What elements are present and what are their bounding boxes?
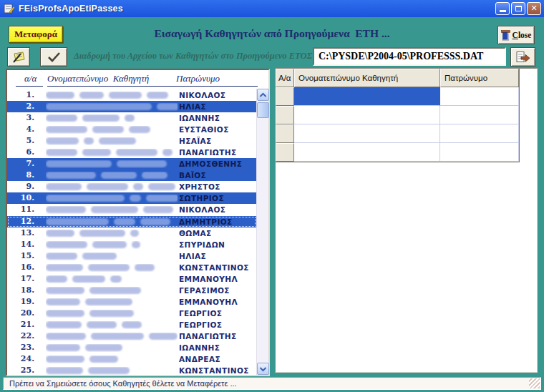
confirm-path-button[interactable] xyxy=(40,47,67,67)
list-row[interactable]: 4.ΕΥΣΤΑΘΙΟΣ xyxy=(7,124,256,135)
list-row[interactable]: 6.ΠΑΝΑΓΙΩΤΗΣ xyxy=(7,147,256,158)
list-row[interactable]: 5.ΗΣΑΪΑΣ xyxy=(7,135,256,147)
list-row[interactable]: 13.ΘΩΜΑΣ xyxy=(7,227,256,239)
grid-row xyxy=(276,106,519,124)
grid-row-header-cell[interactable] xyxy=(276,143,294,162)
grid-name-cell[interactable] xyxy=(294,87,440,106)
list-row[interactable]: 12.ΔΗΜΗΤΡΙΟΣ xyxy=(7,216,256,227)
row-name-redacted xyxy=(46,149,178,157)
close-icon: ✕ xyxy=(528,3,540,14)
redacted-name-blur xyxy=(143,206,173,213)
row-patronym: ΗΛΙΑΣ xyxy=(179,102,206,111)
list-row[interactable]: 8.ΒΑΪΟΣ xyxy=(7,170,256,181)
list-row[interactable]: 1.ΝΙΚΟΛΑΟΣ xyxy=(7,89,256,101)
list-header-name: Ονοματεπώνυμο Καθηγητή xyxy=(47,73,180,87)
resize-grip[interactable] xyxy=(529,378,540,388)
row-index: 8. xyxy=(7,170,34,180)
grid-name-cell[interactable] xyxy=(294,143,440,162)
list-row[interactable]: 17.ΕΜΜΑΝΟΥΗΛ xyxy=(7,273,256,285)
redacted-name-blur xyxy=(117,160,167,167)
redacted-name-blur xyxy=(46,356,84,363)
scroll-down-button[interactable] xyxy=(257,363,269,375)
list-row[interactable]: 3.ΙΩΑΝΝΗΣ xyxy=(7,112,256,124)
list-row[interactable]: 7.ΔΗΜΟΣΘΕΝΗΣ xyxy=(7,158,256,170)
list-row[interactable]: 22.ΠΑΝΑΓΙΩΤΗΣ xyxy=(7,330,256,342)
row-name-redacted xyxy=(46,264,178,272)
redacted-name-blur xyxy=(82,114,120,122)
list-row[interactable]: 10.ΣΩΤΗΡΙΟΣ xyxy=(7,192,256,204)
list-row[interactable]: 24.ΑΝΔΡΕΑΣ xyxy=(7,353,256,365)
list-row[interactable]: 16.ΚΩΝΣΤΑΝΤΙΝΟΣ xyxy=(7,262,256,273)
list-row[interactable]: 20.ΓΕΩΡΓΙΟΣ xyxy=(7,308,256,319)
list-row[interactable]: 19.ΕΜΜΑΝΟΥΗΛ xyxy=(7,296,256,308)
list-row[interactable]: 21.ΓΕΩΡΓΙΟΣ xyxy=(7,319,256,330)
maximize-button[interactable] xyxy=(511,2,525,15)
row-index: 5. xyxy=(7,136,34,145)
row-patronym: ΔΗΜΟΣΘΕΝΗΣ xyxy=(179,160,242,168)
redacted-name-blur xyxy=(92,241,127,248)
grid-header-index: Α/α xyxy=(276,69,294,87)
row-name-redacted xyxy=(46,218,178,226)
row-patronym: ΙΩΑΝΝΗΣ xyxy=(179,343,220,352)
redacted-name-blur xyxy=(88,367,130,374)
redacted-name-blur xyxy=(85,344,122,351)
redacted-name-blur xyxy=(46,183,82,190)
redacted-name-blur xyxy=(129,126,150,133)
redacted-name-blur xyxy=(109,92,142,99)
row-index: 13. xyxy=(7,228,34,237)
titlebar[interactable]: FEisProfsApoEtiPasses ✕ xyxy=(0,0,544,17)
checkmark-icon xyxy=(47,52,61,62)
row-index: 4. xyxy=(7,124,34,134)
row-name-redacted xyxy=(46,275,178,283)
path-input[interactable] xyxy=(313,47,506,66)
grid-patronym-cell[interactable] xyxy=(440,87,519,106)
row-name-redacted xyxy=(46,241,178,249)
row-patronym: ΓΕΩΡΓΙΟΣ xyxy=(179,309,222,318)
redacted-name-blur xyxy=(46,344,80,351)
redacted-name-blur xyxy=(130,230,139,237)
redacted-name-blur xyxy=(84,137,94,144)
redacted-name-blur xyxy=(46,298,80,305)
redacted-name-blur xyxy=(147,92,168,99)
row-patronym: ΒΑΪΟΣ xyxy=(179,171,206,180)
list-row[interactable]: 2.ΗΛΙΑΣ xyxy=(7,101,256,112)
source-teachers-list: α/α Ονοματεπώνυμο Καθηγητή Πατρώνυμο 1.Ν… xyxy=(6,69,270,376)
minimize-button[interactable] xyxy=(495,2,510,15)
list-scrollbar[interactable] xyxy=(256,89,268,375)
list-row[interactable]: 14.ΣΠΥΡΙΔΩΝ xyxy=(7,239,256,250)
grid-patronym-cell[interactable] xyxy=(440,143,519,162)
import-file-button[interactable] xyxy=(510,47,535,67)
row-patronym: ΚΩΝΣΤΑΝΤΙΝΟΣ xyxy=(179,366,249,375)
grid-name-cell[interactable] xyxy=(294,124,440,143)
row-index: 22. xyxy=(7,331,34,340)
list-row[interactable]: 25.ΚΩΝΣΤΑΝΤΙΝΟΣ xyxy=(7,365,256,375)
scroll-thumb[interactable] xyxy=(257,102,269,118)
list-row[interactable]: 15.ΗΛΙΑΣ xyxy=(7,250,256,262)
list-row[interactable]: 23.ΙΩΑΝΝΗΣ xyxy=(7,342,256,353)
grid-patronym-cell[interactable] xyxy=(440,124,519,143)
grid-patronym-cell[interactable] xyxy=(440,106,519,124)
redacted-name-blur xyxy=(46,310,84,317)
row-index: 15. xyxy=(7,251,34,260)
grid-row-header-cell[interactable] xyxy=(276,87,294,106)
close-form-button[interactable]: Close xyxy=(497,26,535,44)
row-name-redacted xyxy=(46,206,178,214)
chevron-down-icon xyxy=(259,366,267,372)
redacted-name-blur xyxy=(101,172,137,179)
list-row[interactable]: 11.ΝΙΚΟΛΑΟΣ xyxy=(7,204,256,215)
redacted-name-blur xyxy=(91,333,144,340)
list-row[interactable]: 18.ΓΕΡΑΣΙΜΟΣ xyxy=(7,285,256,296)
redacted-name-blur xyxy=(46,264,83,271)
redacted-name-blur xyxy=(116,149,157,156)
edit-path-button[interactable] xyxy=(7,47,30,67)
grid-row-header-cell[interactable] xyxy=(276,124,294,143)
grid-name-cell[interactable] xyxy=(294,106,440,124)
row-patronym: ΣΩΤΗΡΙΟΣ xyxy=(179,194,224,202)
close-window-button[interactable]: ✕ xyxy=(527,2,541,15)
list-row[interactable]: 9.ΧΡΗΣΤΟΣ xyxy=(7,181,256,192)
redacted-name-blur xyxy=(149,333,178,340)
scroll-up-button[interactable] xyxy=(257,89,269,101)
path-label: Διαδρομή του Αρχείου των Καθηγητών στο Π… xyxy=(74,51,312,62)
redacted-name-blur xyxy=(89,356,118,363)
grid-row-header-cell[interactable] xyxy=(276,106,294,124)
